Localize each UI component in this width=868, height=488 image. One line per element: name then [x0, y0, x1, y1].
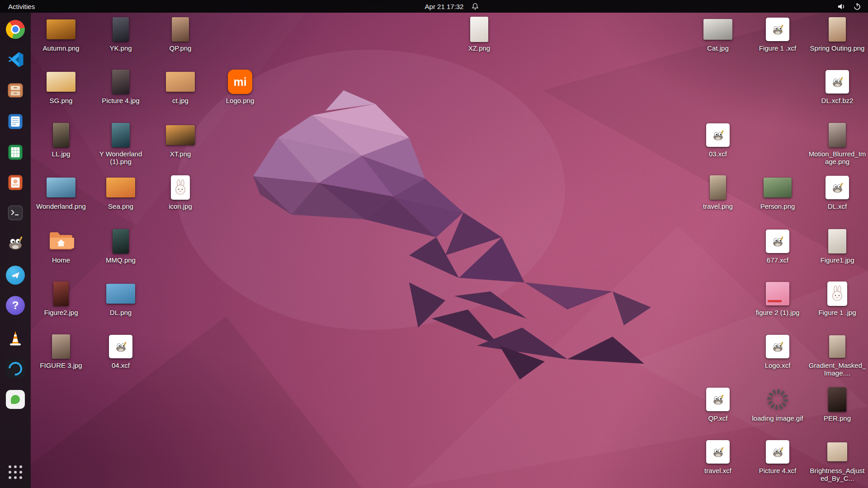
file-thumbnail-wrap — [706, 438, 730, 466]
desktop-icon-label: 677.xcf — [767, 256, 788, 264]
show-apps-button[interactable] — [5, 462, 26, 483]
desktop-icon-logo-xcf[interactable]: Logo.xcf — [748, 333, 807, 369]
file-thumbnail-wrap — [47, 15, 75, 43]
dock-item-terminal[interactable] — [5, 202, 26, 223]
desktop-icon-label: Brightness_Adjusted_By_C... — [808, 467, 866, 482]
desktop-icon-figure-3-jpg[interactable]: FIGURE 3.jpg — [32, 333, 90, 369]
desktop-icon-y-wonderland-1-png[interactable]: Y Wonderland (1).png — [91, 121, 150, 165]
file-thumbnail-wrap — [109, 333, 132, 361]
gimp-file-thumbnail — [706, 123, 730, 147]
dock-item-files[interactable] — [5, 80, 26, 101]
image-thumbnail — [827, 282, 847, 306]
desktop-icon-dl-xcf[interactable]: DL.xcf — [808, 174, 867, 210]
file-thumbnail-wrap — [766, 333, 789, 361]
desktop-icon-travel-png[interactable]: travel.png — [689, 174, 747, 210]
desktop-icon-loading-image-gif[interactable]: loading image.gif — [748, 385, 807, 422]
desktop-icon-cat-jpg[interactable]: Cat.jpg — [689, 15, 747, 52]
desktop-icon-label: DL.png — [110, 309, 132, 316]
desktop-icon-label: Person.png — [760, 202, 795, 210]
swirl-app-icon — [6, 359, 25, 378]
desktop-icon-figure-2-1-jpg[interactable]: figure 2 (1).jpg — [748, 280, 807, 316]
desktop-icon-person-png[interactable]: Person.png — [748, 174, 807, 210]
dock-item-writer[interactable] — [5, 111, 26, 132]
show-apps-grid-icon — [9, 465, 22, 479]
desktop-icon-per-png[interactable]: PER.png — [808, 385, 867, 422]
dock-item-software[interactable] — [5, 389, 26, 410]
image-thumbnail — [829, 123, 846, 147]
desktop-icon-ct-jpg[interactable]: ct.jpg — [151, 68, 210, 104]
loading-spinner-thumbnail — [767, 389, 788, 410]
file-thumbnail-wrap — [171, 174, 190, 202]
file-thumbnail-wrap — [106, 174, 135, 202]
desktop-icon-gradient-masked-image[interactable]: Gradient_Masked_Image.... — [808, 333, 867, 377]
desktop-icon-sea-png[interactable]: Sea.png — [91, 174, 150, 210]
desktop-icon-figure-1-xcf[interactable]: Figure 1 .xcf — [748, 15, 807, 52]
dock-item-vscode[interactable] — [5, 49, 26, 70]
desktop-icon-travel-xcf[interactable]: travel.xcf — [689, 438, 747, 474]
desktop-icon-autumn-png[interactable]: Autumn.png — [32, 15, 90, 52]
desktop-icon-logo-png[interactable]: miLogo.png — [211, 68, 269, 104]
gimp-wilber-icon — [771, 236, 785, 247]
desktop-icon-sg-png[interactable]: SG.png — [32, 68, 90, 104]
desktop-icon-icon-jpg[interactable]: icon.jpg — [151, 174, 210, 210]
desktop-icon-04-xcf[interactable]: 04.xcf — [91, 333, 150, 369]
desktop-icon-figure1-jpg[interactable]: Figure1.jpg — [808, 227, 867, 264]
desktop-icon-label: Logo.png — [226, 97, 255, 104]
file-thumbnail-wrap — [52, 333, 70, 361]
desktop-icon-label: travel.png — [703, 202, 733, 210]
desktop-icon-label: DL.xcf — [828, 202, 847, 210]
image-thumbnail — [106, 178, 135, 197]
desktop-icon-xt-png[interactable]: XT.png — [151, 121, 210, 158]
desktop-icon-motion-blurred-image-png[interactable]: Motion_Blurred_Image.png — [808, 121, 867, 165]
desktop-icon-brightness-adjusted-by-c[interactable]: Brightness_Adjusted_By_C... — [808, 438, 867, 482]
gimp-file-thumbnail — [766, 18, 789, 41]
image-thumbnail — [171, 175, 190, 200]
desktop-icon-spring-outing-png[interactable]: Spring Outing.png — [808, 15, 867, 52]
desktop-icon-picture-4-xcf[interactable]: Picture 4.xcf — [748, 438, 807, 474]
desktop-icon-677-xcf[interactable]: 677.xcf — [748, 227, 807, 264]
power-icon[interactable] — [853, 2, 862, 11]
dock-item-help[interactable]: ? — [5, 295, 26, 316]
dock-item-swirl[interactable] — [5, 358, 26, 379]
dock-item-gimp[interactable] — [5, 233, 26, 254]
file-thumbnail-wrap — [706, 385, 730, 413]
help-icon: ? — [6, 296, 25, 315]
desktop-icon-yk-png[interactable]: YK.png — [91, 15, 150, 52]
desktop-icon-qp-png[interactable]: QP.png — [151, 15, 210, 52]
desktop-icon-figure-1-jpg[interactable]: Figure 1 .jpg — [808, 280, 867, 316]
desktop-icon-dl-xcf-bz2[interactable]: DL.xcf.bz2 — [808, 68, 867, 104]
terminal-icon — [7, 204, 24, 221]
desktop-icon-label: LL.jpg — [52, 150, 71, 158]
gimp-file-thumbnail — [766, 440, 789, 464]
file-thumbnail-wrap — [48, 227, 74, 255]
dock-item-calc[interactable] — [5, 142, 26, 163]
activities-button[interactable]: Activities — [0, 0, 43, 13]
desktop-icon-wonderland-png[interactable]: Wonderland.png — [32, 174, 90, 210]
gimp-wilber-icon — [771, 24, 785, 35]
image-thumbnail — [47, 178, 75, 197]
file-thumbnail-wrap — [764, 174, 792, 202]
dock-item-impress[interactable] — [5, 172, 26, 193]
dock-item-messenger[interactable] — [5, 265, 26, 286]
desktop-icon-qp-xcf[interactable]: QP.xcf — [689, 385, 747, 422]
dock-item-vlc[interactable] — [5, 328, 26, 348]
desktop-icon-label: Wonderland.png — [36, 202, 86, 210]
file-thumbnail-wrap — [113, 227, 129, 255]
file-thumbnail-wrap — [706, 121, 730, 149]
desktop-icon-home[interactable]: Home — [32, 227, 90, 264]
desktop-icon-03-xcf[interactable]: 03.xcf — [689, 121, 747, 158]
clock-button[interactable]: Apr 21 17:32 — [425, 0, 480, 13]
desktop-icon-label: travel.xcf — [704, 467, 731, 474]
desktop-icon-figure2-jpg[interactable]: Figure2.jpg — [32, 280, 90, 316]
desktop-icon-xz-png[interactable]: XZ.png — [450, 15, 509, 52]
desktop-icon-ll-jpg[interactable]: LL.jpg — [32, 121, 90, 158]
dock-item-chrome[interactable] — [5, 19, 26, 40]
desktop-icon-label: 04.xcf — [112, 361, 130, 369]
desktop-icon-dl-png[interactable]: DL.png — [91, 280, 150, 316]
desktop-icon-mmq-png[interactable]: MMQ.png — [91, 227, 150, 264]
file-thumbnail-wrap — [766, 227, 789, 255]
image-thumbnail — [113, 17, 129, 42]
desktop-icon-picture-4-jpg[interactable]: Picture 4.jpg — [91, 68, 150, 104]
image-thumbnail — [166, 72, 195, 92]
volume-icon[interactable] — [837, 2, 846, 11]
